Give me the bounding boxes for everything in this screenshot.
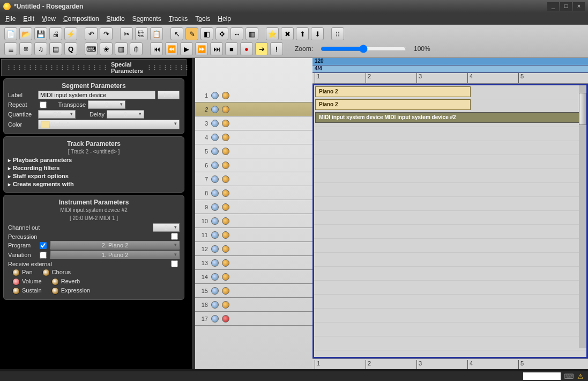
track-row-11[interactable]: 11: [195, 228, 312, 242]
matrix-button[interactable]: ⌨: [85, 42, 98, 55]
draw-tool[interactable]: ✎: [185, 27, 198, 40]
recording-filters[interactable]: Recording filters: [8, 165, 180, 171]
record-indicator[interactable]: [222, 245, 229, 253]
menu-help[interactable]: Help: [218, 15, 231, 23]
variation-combo[interactable]: 1. Piano 2: [50, 251, 180, 259]
record-indicator[interactable]: [222, 92, 229, 99]
record-indicator[interactable]: [222, 148, 229, 155]
record-indicator[interactable]: [222, 134, 229, 141]
mute-indicator[interactable]: [211, 134, 219, 141]
delete-track-button[interactable]: ✖: [281, 27, 294, 40]
piano-button[interactable]: ▥: [115, 42, 128, 55]
segment-label-input[interactable]: [38, 91, 155, 99]
record-indicator[interactable]: [222, 217, 229, 225]
track-row-17[interactable]: 17: [195, 312, 312, 326]
mute-indicator[interactable]: [211, 259, 219, 267]
mute-indicator[interactable]: [211, 148, 219, 155]
mute-indicator[interactable]: [211, 203, 219, 211]
sequence-canvas[interactable]: 120 4/4 12345 Piano 2 Piano 2 MIDI input…: [312, 58, 588, 369]
record-indicator[interactable]: [222, 120, 229, 127]
menu-view[interactable]: View: [42, 15, 56, 23]
quantize-combo[interactable]: Off: [38, 110, 76, 119]
mute-indicator[interactable]: [211, 217, 219, 225]
panic-button[interactable]: !: [270, 42, 283, 55]
record-indicator[interactable]: [222, 175, 229, 183]
new-button[interactable]: 📄: [4, 27, 17, 40]
mute-indicator[interactable]: [211, 287, 219, 295]
record-indicator[interactable]: [222, 301, 229, 309]
loop-button[interactable]: ➔: [255, 42, 268, 55]
chorus-knob[interactable]: [42, 269, 50, 276]
vertical-scrollbar[interactable]: [579, 85, 586, 348]
mixer-button[interactable]: ⫛: [130, 42, 143, 55]
pan-knob[interactable]: [12, 269, 20, 276]
edit-label-button[interactable]: Edit: [158, 91, 180, 99]
record-indicator[interactable]: [222, 287, 229, 295]
menu-composition[interactable]: Composition: [63, 15, 99, 23]
zoom-slider[interactable]: [321, 45, 406, 53]
channel-out-combo[interactable]: 2: [153, 223, 180, 232]
mute-indicator[interactable]: [211, 231, 219, 239]
add-track-button[interactable]: ⭐: [266, 27, 279, 40]
variation-checkbox[interactable]: [40, 252, 47, 259]
record-indicator[interactable]: [222, 189, 229, 197]
mute-indicator[interactable]: [211, 120, 219, 127]
erase-tool[interactable]: ◧: [200, 27, 213, 40]
close-button[interactable]: ×: [573, 2, 585, 11]
mute-indicator[interactable]: [211, 92, 219, 99]
sequence-body[interactable]: Piano 2 Piano 2 MIDI input system device…: [312, 84, 588, 358]
menu-edit[interactable]: Edit: [23, 15, 34, 23]
editor1-button[interactable]: ≣: [4, 42, 17, 55]
repeat-checkbox[interactable]: [40, 101, 47, 108]
ffend-button[interactable]: ⏭: [210, 42, 223, 55]
paste-button[interactable]: 📋: [150, 27, 163, 40]
mute-indicator[interactable]: [211, 273, 219, 281]
tempo-ruler[interactable]: 120: [312, 58, 588, 65]
stop-button[interactable]: ■: [225, 42, 238, 55]
pointer-tool[interactable]: ↖: [170, 27, 183, 40]
staff-export-options[interactable]: Staff export options: [8, 173, 180, 179]
open-button[interactable]: 📂: [19, 27, 32, 40]
menu-tracks[interactable]: Tracks: [169, 15, 188, 23]
fforward-button[interactable]: ⏩: [195, 42, 208, 55]
maximize-button[interactable]: □: [560, 2, 572, 11]
eventlist-button[interactable]: ▤: [49, 42, 62, 55]
record-indicator[interactable]: [222, 162, 229, 169]
track-row-1[interactable]: 1: [195, 89, 312, 102]
track-row-4[interactable]: 4: [195, 130, 312, 144]
reverb-knob[interactable]: [51, 278, 59, 285]
menu-studio[interactable]: Studio: [107, 15, 125, 23]
track-row-3[interactable]: 3: [195, 116, 312, 130]
create-segments-with[interactable]: Create segments with: [8, 181, 180, 187]
cut-button[interactable]: ✂: [120, 27, 133, 40]
undo-button[interactable]: ↶: [85, 27, 98, 40]
vscroll-thumb[interactable]: [579, 93, 586, 125]
program-checkbox[interactable]: [40, 242, 47, 249]
move-track-up-button[interactable]: ⬆: [296, 27, 309, 40]
track-row-5[interactable]: 5: [195, 144, 312, 158]
receive-external-checkbox[interactable]: [171, 260, 178, 267]
minimize-button[interactable]: _: [547, 2, 559, 11]
track-row-15[interactable]: 15: [195, 284, 312, 298]
record-indicator[interactable]: [222, 231, 229, 239]
track-row-13[interactable]: 13: [195, 256, 312, 270]
percussion-checkbox[interactable]: [171, 233, 178, 240]
mute-indicator[interactable]: [211, 106, 219, 113]
track-row-9[interactable]: 9: [195, 200, 312, 214]
notation-button[interactable]: ♫: [34, 42, 47, 55]
expression-knob[interactable]: [51, 287, 59, 295]
program-combo[interactable]: 2. Piano 2: [50, 241, 180, 250]
move-track-down-button[interactable]: ⬇: [311, 27, 324, 40]
delay-combo[interactable]: 0: [107, 110, 144, 119]
record-indicator[interactable]: [222, 106, 229, 113]
transpose-combo[interactable]: 0: [88, 100, 125, 109]
record-indicator[interactable]: [222, 315, 229, 323]
track-row-12[interactable]: 12: [195, 242, 312, 256]
track-row-14[interactable]: 14: [195, 270, 312, 284]
rewind-button[interactable]: ⏪: [165, 42, 178, 55]
track-row-2[interactable]: 2: [195, 102, 312, 116]
record-button[interactable]: ●: [240, 42, 253, 55]
menu-segments[interactable]: Segments: [132, 15, 161, 23]
sustain-knob[interactable]: [12, 287, 20, 295]
rewind-start-button[interactable]: ⏮: [150, 42, 163, 55]
